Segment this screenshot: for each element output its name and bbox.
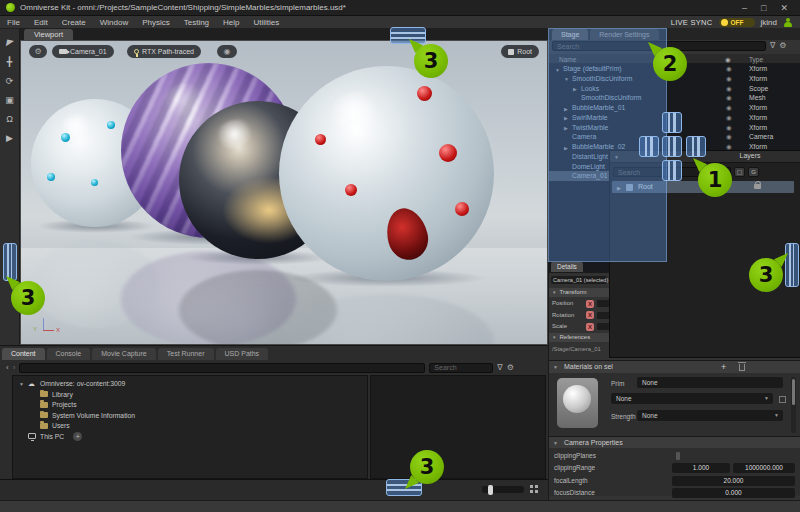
filter-icon[interactable]: ∇ <box>497 363 502 373</box>
content-tree-users[interactable]: Users <box>13 420 367 431</box>
visibility-eye-icon[interactable]: ◉ <box>726 64 732 74</box>
content-tree-library[interactable]: Library <box>13 389 367 400</box>
stage-row-smoothdiscuniform[interactable]: SmoothDiscUniform◉Mesh <box>549 93 800 103</box>
clipping-planes-widget[interactable] <box>676 452 680 460</box>
close-button[interactable]: ✕ <box>780 1 788 15</box>
materials-scrollbar[interactable] <box>791 377 796 433</box>
visibility-eye-icon[interactable]: ◉ <box>726 74 732 84</box>
renderer-select-button[interactable]: RTX Path-traced <box>127 45 201 58</box>
back-button[interactable]: ‹ <box>6 363 9 372</box>
grid-view-icon[interactable] <box>530 485 538 493</box>
layers-global-button[interactable]: G <box>748 167 759 177</box>
dock-target-handle[interactable] <box>662 160 682 181</box>
select-tool-icon[interactable]: ◤ <box>1 36 17 52</box>
material-sphere-thumbnail[interactable] <box>557 378 598 428</box>
dock-target-handle[interactable] <box>686 136 706 157</box>
forward-button[interactable]: › <box>13 363 16 372</box>
tab-usd-paths[interactable]: USD Paths <box>216 348 269 360</box>
dock-target-handle[interactable] <box>662 112 682 133</box>
lock-icon[interactable] <box>754 184 761 189</box>
address-bar[interactable] <box>19 363 425 373</box>
gear-icon[interactable]: ⚙ <box>779 41 786 51</box>
layers-layer-icon-button[interactable]: ▢ <box>734 167 745 177</box>
menu-item-file[interactable]: File <box>0 18 27 27</box>
menu-item-create[interactable]: Create <box>55 18 93 27</box>
dock-target-handle[interactable] <box>662 136 682 157</box>
references-section-header[interactable]: ▼References <box>549 333 609 342</box>
menu-item-help[interactable]: Help <box>216 18 246 27</box>
tab-content[interactable]: Content <box>2 348 45 360</box>
menu-item-edit[interactable]: Edit <box>27 18 55 27</box>
content-files-pane[interactable] <box>370 375 546 479</box>
content-tree-system-volume-information[interactable]: System Volume Information <box>13 410 367 421</box>
visibility-eye-icon[interactable]: ◉ <box>726 84 732 94</box>
visibility-eye-icon[interactable]: ◉ <box>726 132 732 142</box>
transform-value-field[interactable] <box>597 300 609 307</box>
prim-value-field[interactable]: None <box>637 377 783 388</box>
camera-select-button[interactable]: Camera_01 <box>52 45 114 58</box>
clear-transform-button[interactable]: X <box>586 323 594 331</box>
tab-render-settings[interactable]: Render Settings <box>590 29 658 40</box>
move-tool-icon[interactable]: ╋ <box>3 56 17 69</box>
property-value-field[interactable]: 1.000 <box>672 463 730 473</box>
camera-properties-title: Camera Properties <box>564 439 623 446</box>
user-avatar-icon[interactable] <box>783 18 792 27</box>
visibility-button[interactable]: ◉ <box>217 45 237 58</box>
tab-movie-capture[interactable]: Movie Capture <box>92 348 156 360</box>
transform-section-header[interactable]: ▼Transform <box>549 288 609 297</box>
tab-console[interactable]: Console <box>47 348 91 360</box>
snap-tool-icon[interactable]: Ω <box>3 113 17 126</box>
dock-target-handle[interactable] <box>390 27 426 44</box>
play-button-icon[interactable]: ▶ <box>3 132 17 145</box>
menu-item-physics[interactable]: Physics <box>135 18 177 27</box>
transform-value-field[interactable] <box>597 312 609 319</box>
property-value-field[interactable]: 1000000.000 <box>733 463 795 473</box>
minimize-button[interactable]: – <box>742 1 747 15</box>
dock-target-handle[interactable] <box>785 243 799 287</box>
root-prim-button[interactable]: Root <box>501 45 539 58</box>
external-link-icon[interactable] <box>779 396 786 403</box>
menu-item-testing[interactable]: Testing <box>177 18 216 27</box>
dock-target-handle[interactable] <box>3 243 17 281</box>
filter-icon[interactable]: ∇ <box>770 41 775 51</box>
content-tree-omniverse-ov-content-3009[interactable]: ▼☁Omniverse: ov-content:3009 <box>13 378 367 389</box>
transform-value-field[interactable] <box>597 323 609 330</box>
add-connection-button[interactable]: + <box>73 432 82 441</box>
camera-properties-header[interactable]: ▼ Camera Properties <box>549 437 800 448</box>
tab-viewport[interactable]: Viewport <box>24 29 73 40</box>
tab-test-runner[interactable]: Test Runner <box>158 348 214 360</box>
visibility-eye-icon[interactable]: ◉ <box>726 93 732 103</box>
menu-item-utilities[interactable]: Utilities <box>247 18 287 27</box>
materials-section-header[interactable]: ▼ Materials on sel + <box>549 361 800 373</box>
clear-transform-button[interactable]: X <box>586 311 594 319</box>
tree-item-label: Users <box>52 420 70 431</box>
viewport-3d-scene[interactable]: ⚙ Camera_01 RTX Path-traced ◉ Root Y X <box>20 40 548 345</box>
content-tree-projects[interactable]: Projects <box>13 399 367 410</box>
clear-transform-button[interactable]: X <box>586 300 594 308</box>
viewport-settings-button[interactable]: ⚙ <box>29 45 47 58</box>
maximize-button[interactable]: □ <box>761 1 766 15</box>
rotate-tool-icon[interactable]: ⟳ <box>3 75 17 88</box>
strength-dropdown[interactable]: None▼ <box>637 410 783 421</box>
thumbnail-size-slider[interactable] <box>482 486 524 493</box>
expand-icon[interactable]: ▶ <box>617 182 621 194</box>
material-dropdown[interactable]: None▼ <box>611 393 773 404</box>
add-material-button[interactable]: + <box>721 361 726 373</box>
slider-knob[interactable] <box>488 485 493 495</box>
scale-tool-icon[interactable]: ▣ <box>3 94 17 107</box>
visibility-eye-icon[interactable]: ◉ <box>726 103 732 113</box>
gear-icon[interactable]: ⚙ <box>507 363 514 373</box>
tab-stage[interactable]: Stage <box>552 29 588 40</box>
visibility-eye-icon[interactable]: ◉ <box>726 123 732 133</box>
property-value-field[interactable]: 0.000 <box>672 488 795 498</box>
tab-details[interactable]: Details <box>551 262 583 272</box>
content-tree-this-pc[interactable]: This PC+ <box>13 431 367 442</box>
live-sync-toggle[interactable]: OFF <box>719 18 755 27</box>
property-value-field[interactable]: 20.000 <box>672 476 795 486</box>
stage-row-looks[interactable]: ▶Looks◉Scope <box>549 84 800 94</box>
dock-target-handle[interactable] <box>639 136 659 157</box>
content-search-input[interactable] <box>429 363 493 373</box>
menu-item-window[interactable]: Window <box>93 18 135 27</box>
trash-icon[interactable] <box>739 364 745 371</box>
visibility-eye-icon[interactable]: ◉ <box>726 113 732 123</box>
